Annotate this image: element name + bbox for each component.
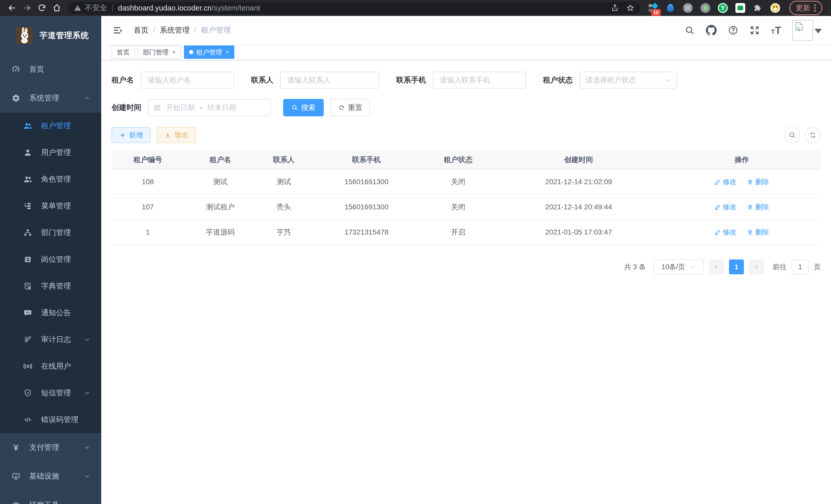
sidebar-item-post[interactable]: 岗位管理 bbox=[0, 246, 101, 273]
edit-link[interactable]: 修改 bbox=[715, 177, 737, 186]
sidebar-item-home[interactable]: 首页 bbox=[0, 55, 101, 84]
breadcrumb-system[interactable]: 系统管理 bbox=[160, 25, 190, 35]
pagination: 共 3 条 10条/页 1 前往 页 bbox=[112, 260, 821, 274]
breadcrumb-home[interactable]: 首页 bbox=[134, 25, 148, 35]
fullscreen-icon[interactable] bbox=[749, 25, 760, 35]
col-status: 租户状态 bbox=[422, 150, 494, 169]
delete-link[interactable]: 删除 bbox=[747, 177, 769, 186]
active-dot bbox=[189, 50, 193, 54]
edit-link[interactable]: 修改 bbox=[715, 228, 737, 237]
profile-avatar-icon[interactable] bbox=[770, 3, 780, 13]
sidebar-item-error-code[interactable]: 错误码管理 bbox=[0, 406, 101, 433]
col-tenant-name: 租户名 bbox=[184, 150, 256, 169]
address-bar[interactable]: 不安全 dashboard.yudao.iocoder.cn/system/te… bbox=[68, 2, 640, 14]
sidebar-item-user[interactable]: 用户管理 bbox=[0, 139, 101, 166]
yen-icon: ¥ bbox=[11, 443, 21, 453]
create-time-range-picker[interactable]: 开始日期 - 结束日期 bbox=[148, 99, 271, 116]
next-page-button[interactable] bbox=[749, 260, 764, 274]
search-icon bbox=[291, 104, 298, 111]
sidebar-item-label: 通知公告 bbox=[41, 308, 71, 318]
cell-phone: 15601691300 bbox=[311, 169, 422, 195]
browser-back-button[interactable] bbox=[5, 1, 20, 16]
col-tenant-id: 租户编号 bbox=[112, 150, 184, 169]
users-icon bbox=[23, 121, 33, 130]
page-number-1[interactable]: 1 bbox=[729, 260, 744, 274]
tenant-name-input[interactable] bbox=[141, 72, 234, 89]
share-icon[interactable] bbox=[611, 4, 619, 12]
sidebar-item-role[interactable]: 角色管理 bbox=[0, 166, 101, 192]
cell-name: 测试租户 bbox=[184, 195, 256, 219]
tag-home[interactable]: 首页 bbox=[112, 46, 135, 59]
download-icon bbox=[165, 132, 171, 139]
sidebar-item-notice[interactable]: 通知公告 bbox=[0, 299, 101, 326]
chevron-down-icon bbox=[84, 390, 90, 396]
sidebar-item-tenant[interactable]: 租户管理 bbox=[0, 113, 101, 139]
github-icon[interactable] bbox=[706, 25, 717, 36]
refresh-table-button[interactable] bbox=[805, 127, 821, 143]
extensions-puzzle-icon[interactable] bbox=[753, 3, 763, 13]
extension-pinned-icon[interactable]: 10 bbox=[648, 3, 658, 13]
cell-phone: 17321315478 bbox=[311, 219, 422, 245]
gear-icon bbox=[11, 94, 21, 102]
browser-menu-icon[interactable] bbox=[814, 4, 816, 11]
broadcast-icon bbox=[23, 362, 33, 371]
tenant-page: 租户名 联系人 联系手机 租户状态 请选择租户状态 bbox=[101, 60, 831, 504]
extension-balloon-icon[interactable] bbox=[665, 3, 675, 13]
page-size-select[interactable]: 10条/页 bbox=[654, 260, 704, 274]
sidebar-item-dict[interactable]: 字典管理 bbox=[0, 273, 101, 299]
sidebar-item-sms[interactable]: 短信管理 bbox=[0, 380, 101, 406]
toggle-search-button[interactable] bbox=[784, 127, 800, 143]
search-button[interactable]: 搜索 bbox=[283, 99, 324, 116]
extension-recorder-icon[interactable] bbox=[700, 3, 710, 13]
cell-phone: 15601691300 bbox=[311, 195, 422, 219]
page-unit-label: 页 bbox=[814, 262, 821, 271]
sidebar-item-infrastructure[interactable]: 基础设施 bbox=[0, 462, 101, 491]
sidebar-item-system[interactable]: 系统管理 bbox=[0, 84, 101, 113]
font-size-icon[interactable]: TT bbox=[771, 25, 781, 35]
tag-dept[interactable]: 部门管理× bbox=[138, 46, 181, 59]
close-icon[interactable]: × bbox=[226, 49, 229, 56]
user-avatar[interactable] bbox=[793, 20, 822, 40]
sidebar-item-label: 基础设施 bbox=[29, 471, 59, 481]
add-button[interactable]: 新增 bbox=[112, 127, 150, 143]
extension-badge: 10 bbox=[651, 9, 661, 16]
export-button[interactable]: 导出 bbox=[157, 127, 196, 143]
extension-y-icon[interactable]: Y bbox=[718, 3, 728, 13]
tag-tenant-active[interactable]: 租户管理× bbox=[184, 46, 234, 59]
bookmark-star-icon[interactable] bbox=[627, 4, 634, 12]
sidebar-item-dev-tools[interactable]: 研发工具 bbox=[0, 491, 101, 504]
prev-page-button[interactable] bbox=[709, 260, 724, 274]
browser-reload-button[interactable] bbox=[34, 1, 49, 16]
contact-input[interactable] bbox=[280, 72, 379, 89]
browser-update-button[interactable]: 更新 bbox=[790, 1, 822, 15]
app-logo[interactable]: 芋道管理系统 bbox=[0, 16, 101, 55]
status-select[interactable]: 请选择租户状态 bbox=[579, 72, 677, 89]
sidebar-item-dept[interactable]: 部门管理 bbox=[0, 219, 101, 246]
extension-command-icon[interactable] bbox=[683, 3, 693, 13]
sidebar-toggle-icon[interactable] bbox=[113, 25, 123, 35]
edit-link[interactable]: 修改 bbox=[715, 202, 737, 212]
sidebar-item-payment[interactable]: ¥ 支付管理 bbox=[0, 433, 101, 462]
sidebar-item-online-users[interactable]: 在线用户 bbox=[0, 353, 101, 380]
header-search-icon[interactable] bbox=[685, 25, 694, 35]
browser-toolbar: 不安全 dashboard.yudao.iocoder.cn/system/te… bbox=[0, 0, 831, 16]
delete-link[interactable]: 删除 bbox=[747, 202, 769, 212]
extension-chat-icon[interactable] bbox=[736, 3, 745, 13]
col-actions: 操作 bbox=[663, 150, 821, 169]
refresh-icon bbox=[338, 104, 345, 111]
reset-button[interactable]: 重置 bbox=[331, 99, 370, 116]
tenant-name-label: 租户名 bbox=[112, 75, 134, 85]
browser-forward-button[interactable] bbox=[20, 1, 34, 16]
cell-created: 2021-01-05 17:03:47 bbox=[494, 219, 663, 245]
sidebar-item-audit-log[interactable]: 审计日志 bbox=[0, 326, 101, 353]
delete-link[interactable]: 删除 bbox=[747, 228, 769, 237]
help-icon[interactable] bbox=[728, 25, 738, 35]
contact-label: 联系人 bbox=[251, 75, 274, 85]
phone-input[interactable] bbox=[433, 72, 526, 89]
monitor-icon bbox=[11, 472, 21, 481]
cell-status: 关闭 bbox=[422, 195, 494, 219]
sidebar-item-menu[interactable]: 菜单管理 bbox=[0, 192, 101, 219]
browser-home-button[interactable] bbox=[49, 1, 64, 16]
close-icon[interactable]: × bbox=[172, 49, 176, 56]
goto-page-input[interactable] bbox=[792, 260, 809, 274]
